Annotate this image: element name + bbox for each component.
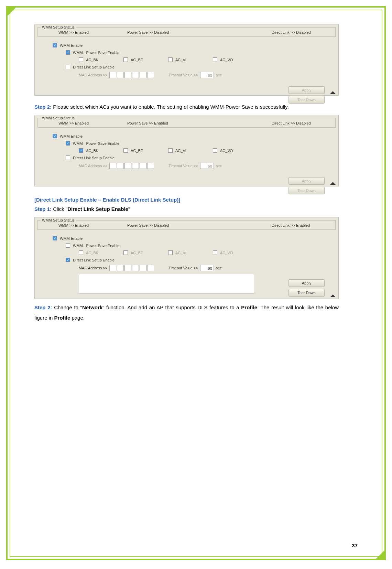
powersave-enable-label: WMM - Power Save Enable xyxy=(73,244,119,248)
wmm-setup-status: WMM Setup Status WMM >> Enabled Power Sa… xyxy=(37,118,336,128)
fieldset-label: WMM Setup Status xyxy=(41,116,76,120)
ac-vo-label: AC_VO xyxy=(220,149,233,153)
powersave-enable-label: WMM - Power Save Enable xyxy=(73,141,119,146)
wmm-panel-3: WMM Setup Status WMM >> Enabled Power Sa… xyxy=(34,217,339,299)
wmm-setup-status: WMM Setup Status WMM >> Enabled Power Sa… xyxy=(37,220,336,230)
mac-input-5[interactable] xyxy=(140,265,146,271)
wmm-enable-label: WMM Enable xyxy=(60,236,83,240)
apply-button[interactable]: Apply xyxy=(288,279,325,287)
powersave-enable-checkbox[interactable] xyxy=(66,50,70,55)
ac-be-label: AC_BE xyxy=(131,149,143,153)
collapse-icon[interactable] xyxy=(330,182,336,185)
dls-enable-label: Direct Link Setup Enable xyxy=(73,258,115,262)
mac-address-label: MAC Address >> xyxy=(79,266,107,270)
wmm-enable-checkbox[interactable] xyxy=(53,134,57,138)
wmm-setup-status: WMM Setup Status WMM >> Enabled Power Sa… xyxy=(37,27,336,37)
step1b-text: Step 1: Click "Direct Link Setup Enable" xyxy=(34,204,339,214)
dls-enable-checkbox[interactable] xyxy=(66,258,70,262)
mac-input-4[interactable] xyxy=(132,265,139,271)
collapse-icon[interactable] xyxy=(330,294,336,297)
fieldset-label: WMM Setup Status xyxy=(41,218,76,222)
timeout-input[interactable]: 60 xyxy=(200,163,214,169)
mac-address-label: MAC Address >> xyxy=(79,164,107,168)
dls-section-heading: [Direct Link Setup Enable – Enable DLS (… xyxy=(34,197,358,203)
mac-address-label: MAC Address >> xyxy=(79,73,107,77)
directlink-status: Direct Link >> Disabled xyxy=(272,121,311,125)
apply-button[interactable]: Apply xyxy=(288,86,325,94)
wmm-panel-1: WMM Setup Status WMM >> Enabled Power Sa… xyxy=(34,24,339,96)
powersave-enable-label: WMM - Power Save Enable xyxy=(73,51,119,55)
mac-input-6[interactable] xyxy=(147,163,154,169)
ac-vo-label: AC_VO xyxy=(220,251,233,255)
timeout-input[interactable]: 60 xyxy=(200,72,214,78)
mac-input-2[interactable] xyxy=(117,72,124,78)
powersave-status: Power Save >> Disabled xyxy=(127,223,272,227)
timeout-label: Timeout Value >> xyxy=(168,266,198,270)
powersave-enable-checkbox[interactable] xyxy=(66,243,70,248)
wmm-status: WMM >> Enabled xyxy=(58,30,127,34)
ac-vi-checkbox[interactable] xyxy=(168,57,173,62)
mac-input-1[interactable] xyxy=(109,72,116,78)
teardown-button[interactable]: Tear Down xyxy=(288,289,325,297)
step2b-text: Step 2: Change to "Network" function. An… xyxy=(34,302,339,323)
powersave-status: Power Save >> Enabled xyxy=(127,121,272,125)
ac-bk-label: AC_BK xyxy=(86,149,98,153)
step-label: Step 2: xyxy=(34,304,54,310)
fieldset-label: WMM Setup Status xyxy=(41,25,76,29)
ac-vo-checkbox[interactable] xyxy=(213,57,217,62)
mac-input-6[interactable] xyxy=(147,72,154,78)
ac-bk-label: AC_BK xyxy=(86,58,98,62)
ac-vi-label: AC_VI xyxy=(175,251,186,255)
directlink-status: Direct Link >> Enabled xyxy=(272,223,310,227)
ac-vi-checkbox[interactable] xyxy=(168,148,173,153)
wmm-enable-label: WMM Enable xyxy=(60,43,83,47)
dls-enable-checkbox[interactable] xyxy=(66,65,70,69)
ac-vo-checkbox[interactable] xyxy=(213,148,217,153)
mac-input-2[interactable] xyxy=(117,163,124,169)
mac-input-3[interactable] xyxy=(124,163,131,169)
ac-vi-checkbox xyxy=(168,250,173,255)
step-label: Step 1: xyxy=(34,206,53,212)
page-number: 37 xyxy=(352,543,358,548)
apply-button[interactable]: Apply xyxy=(288,177,325,185)
timeout-label: Timeout Value >> xyxy=(168,73,198,77)
dls-enable-label: Direct Link Setup Enable xyxy=(73,65,115,69)
ac-be-label: AC_BE xyxy=(131,251,143,255)
ac-be-label: AC_BE xyxy=(131,58,143,62)
mac-input-3[interactable] xyxy=(124,265,131,271)
wmm-status: WMM >> Enabled xyxy=(58,121,127,125)
mac-input-2[interactable] xyxy=(117,265,124,271)
ac-bk-checkbox[interactable] xyxy=(79,148,83,153)
powersave-enable-checkbox[interactable] xyxy=(66,141,70,146)
sec-label: sec xyxy=(216,164,222,168)
timeout-label: Timeout Value >> xyxy=(168,164,198,168)
mac-input-3[interactable] xyxy=(124,72,131,78)
collapse-icon[interactable] xyxy=(330,91,336,94)
dls-enable-checkbox[interactable] xyxy=(66,155,70,160)
mac-input-1[interactable] xyxy=(109,163,116,169)
teardown-button[interactable]: Tear Down xyxy=(288,187,325,194)
timeout-input[interactable]: 60 xyxy=(200,265,214,271)
sec-label: sec xyxy=(216,266,222,270)
dls-enable-label: Direct Link Setup Enable xyxy=(73,156,115,160)
mac-input-5[interactable] xyxy=(140,72,146,78)
ac-vi-label: AC_VI xyxy=(175,58,186,62)
mac-input-5[interactable] xyxy=(140,163,146,169)
step-label: Step 2: xyxy=(34,104,53,110)
wmm-enable-checkbox[interactable] xyxy=(53,236,57,240)
ac-bk-checkbox[interactable] xyxy=(79,57,83,62)
directlink-status: Direct Link >> Disabled xyxy=(272,30,311,34)
ac-vo-label: AC_VO xyxy=(220,58,233,62)
mac-input-4[interactable] xyxy=(132,72,139,78)
mac-input-6[interactable] xyxy=(147,265,154,271)
ac-be-checkbox[interactable] xyxy=(123,148,128,153)
mac-input-4[interactable] xyxy=(132,163,139,169)
sec-label: sec xyxy=(216,73,222,77)
wmm-panel-2: WMM Setup Status WMM >> Enabled Power Sa… xyxy=(34,115,339,186)
wmm-enable-checkbox[interactable] xyxy=(53,43,57,47)
mac-input-1[interactable] xyxy=(109,265,116,271)
dls-listbox[interactable] xyxy=(79,274,254,294)
ac-be-checkbox[interactable] xyxy=(123,57,128,62)
wmm-status: WMM >> Enabled xyxy=(58,223,127,227)
teardown-button[interactable]: Tear Down xyxy=(288,96,325,104)
